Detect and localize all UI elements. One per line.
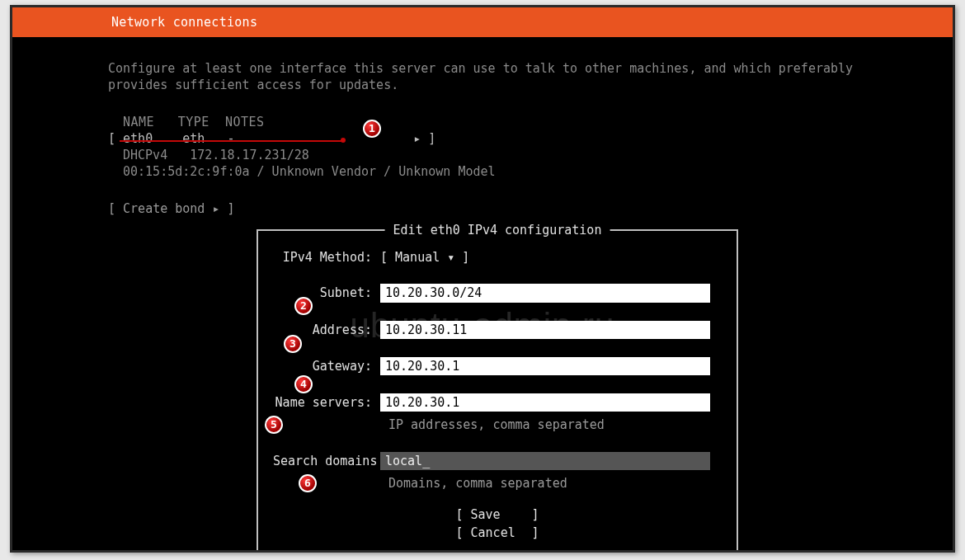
subnet-input[interactable]: 10.20.30.0/24 <box>380 284 710 302</box>
row-subnet: Subnet: 10.20.30.0/24 <box>273 284 722 302</box>
row-nameservers: Name servers: 10.20.30.1 <box>273 393 722 412</box>
address-input[interactable]: 10.20.30.11 <box>380 321 710 339</box>
cancel-button[interactable]: [ Cancel] <box>273 525 722 541</box>
row-address: Address: 10.20.30.11 <box>273 321 722 339</box>
gateway-input[interactable]: 10.20.30.1 <box>380 357 710 375</box>
annotation-dot-1 <box>341 138 346 143</box>
iface-headers: NAME TYPE NOTES <box>108 114 857 130</box>
callout-4: 4 <box>294 375 313 393</box>
label-method: IPv4 Method: <box>273 249 380 266</box>
row-method: IPv4 Method: [ Manual ▾ ] <box>273 249 722 266</box>
page-title: Network connections <box>111 14 257 31</box>
hdr-name: NAME <box>123 115 154 129</box>
installer-window: Network connections Configure at least o… <box>10 5 955 553</box>
hdr-notes: NOTES <box>225 115 265 129</box>
label-subnet: Subnet: <box>273 285 380 301</box>
annotation-line-1 <box>120 140 342 142</box>
searchdomains-input[interactable]: local_ <box>380 452 710 470</box>
chevron-right-icon: ▸ <box>413 131 421 146</box>
row-gateway: Gateway: 10.20.30.1 <box>273 357 722 375</box>
dialog-buttons: [ Save] [ Cancel] <box>273 506 722 542</box>
label-nameservers: Name servers: <box>273 394 380 411</box>
create-bond-button[interactable]: [ Create bond ▸ ] <box>108 200 857 217</box>
iface-mac-line: 00:15:5d:2c:9f:0a / Unknown Vendor / Unk… <box>108 163 857 180</box>
iface-row-text: [ eth0 eth - ▸ ] <box>108 131 435 146</box>
callout-5: 5 <box>265 416 283 434</box>
callout-1: 1 <box>363 120 381 138</box>
iface-row-eth0[interactable]: [ eth0 eth - ▸ ] <box>108 130 857 147</box>
callout-6: 6 <box>299 474 317 492</box>
label-searchdomains: Search domains: <box>273 453 380 469</box>
dialog-title: Edit eth0 IPv4 configuration <box>385 222 610 238</box>
content-area: Configure at least one interface this se… <box>12 37 953 217</box>
edit-ipv4-dialog: Edit eth0 IPv4 configuration IPv4 Method… <box>257 229 738 553</box>
iface-dhcp-line: DHCPv4 172.18.17.231/28 <box>108 147 857 163</box>
nameservers-input[interactable]: 10.20.30.1 <box>380 393 710 412</box>
save-button[interactable]: [ Save] <box>273 506 722 523</box>
interface-list: NAME TYPE NOTES [ eth0 eth - ▸ ] DHCPv4 … <box>108 114 857 181</box>
hdr-type: TYPE <box>178 115 209 129</box>
label-gateway: Gateway: <box>273 358 380 374</box>
callout-3: 3 <box>284 335 302 353</box>
title-bar: Network connections <box>12 7 953 37</box>
method-select[interactable]: [ Manual ▾ ] <box>380 249 469 266</box>
hint-searchdomains: Domains, comma separated <box>273 475 722 492</box>
intro-text: Configure at least one interface this se… <box>108 60 857 94</box>
callout-2: 2 <box>294 297 313 315</box>
row-searchdomains: Search domains: local_ <box>273 452 722 470</box>
hint-nameservers: IP addresses, comma separated <box>273 416 722 433</box>
